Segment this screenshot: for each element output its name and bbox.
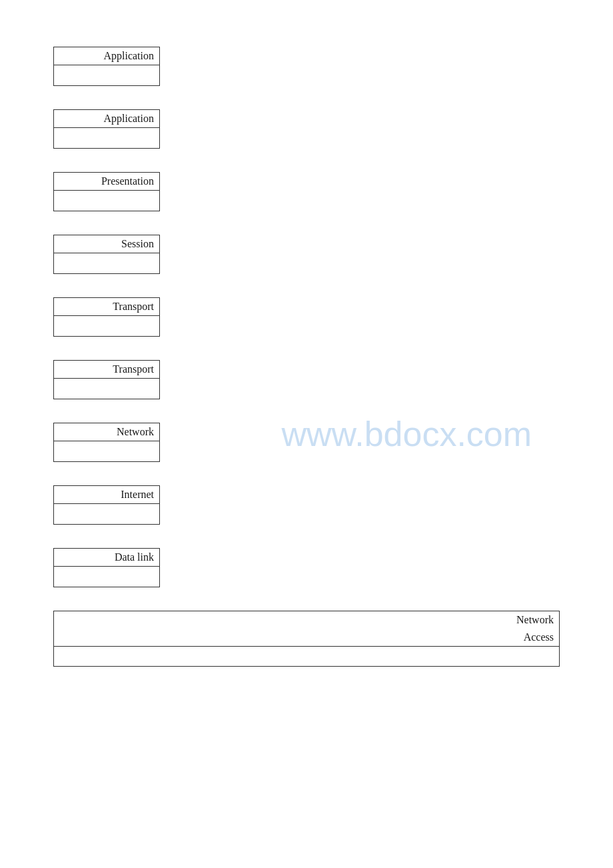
layer-session-content: [54, 253, 159, 273]
layer-application-2-label: Application: [54, 110, 159, 128]
layer-network-access-line2: Access: [54, 629, 559, 646]
watermark: www.bdocx.com: [281, 414, 532, 454]
layer-internet-content: [54, 504, 159, 524]
page-container: www.bdocx.com Application Application Pr…: [0, 0, 613, 868]
layer-presentation-content: [54, 191, 159, 211]
layer-transport-1-content: [54, 316, 159, 336]
layer-application-2: Application: [53, 109, 160, 149]
layer-data-link: Data link: [53, 548, 160, 587]
layer-transport-1-label: Transport: [54, 298, 159, 316]
layer-presentation-label: Presentation: [54, 173, 159, 191]
layer-transport-2-content: [54, 379, 159, 399]
layer-session: Session: [53, 235, 160, 274]
layer-internet-label: Internet: [54, 486, 159, 504]
layer-presentation: Presentation: [53, 172, 160, 211]
layer-network-content: [54, 441, 159, 461]
layer-network-access-line1: Network: [54, 611, 559, 629]
layer-network: Network: [53, 423, 160, 462]
layer-network-label: Network: [54, 423, 159, 441]
layer-network-access-content: [54, 646, 559, 666]
layer-session-label: Session: [54, 235, 159, 253]
layer-application-1: Application: [53, 47, 160, 86]
layer-transport-2-label: Transport: [54, 361, 159, 379]
layer-application-1-label: Application: [54, 47, 159, 65]
layer-internet: Internet: [53, 485, 160, 525]
layer-data-link-label: Data link: [54, 549, 159, 567]
layer-network-access: Network Access: [53, 611, 560, 667]
layer-application-1-content: [54, 65, 159, 85]
layer-data-link-content: [54, 567, 159, 587]
layer-transport-2: Transport: [53, 360, 160, 399]
layer-transport-1: Transport: [53, 297, 160, 337]
layer-application-2-content: [54, 128, 159, 148]
